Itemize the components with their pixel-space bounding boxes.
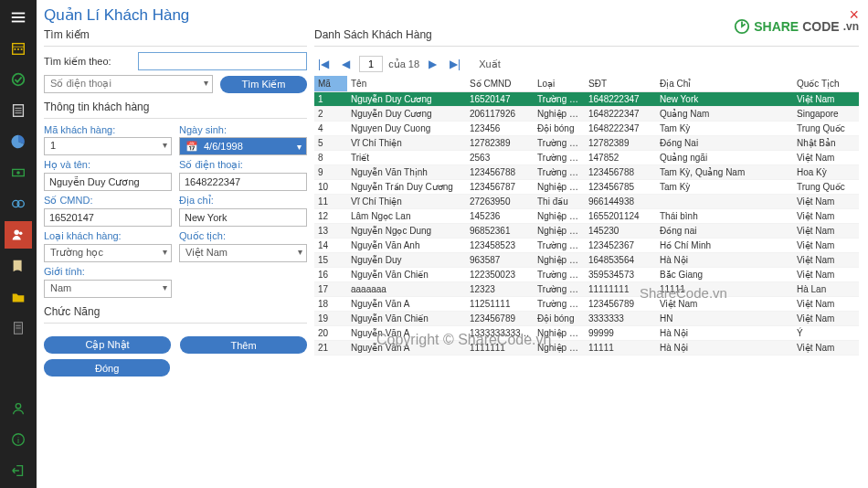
table-row[interactable]: 12Lâm Ngọc Lan145236Nghiệp …1655201124Th… — [314, 209, 859, 224]
type-label: Loại khách hàng: — [44, 230, 172, 242]
table-row[interactable]: 10Nguyễn Trần Duy Cương123456787Nghiệp …… — [314, 180, 859, 195]
customer-table: MãTênSố CMNDLoạiSĐTĐịa ChỉQuốc Tịch 1Ngu… — [314, 76, 859, 355]
calendar-icon[interactable] — [5, 35, 32, 62]
pager-page-input[interactable] — [359, 56, 383, 72]
table-row[interactable]: 17aaaaaaa12323Trường …1111111111111Hà La… — [314, 282, 859, 297]
table-row[interactable]: 5Vĩ Chí Thiện12782389Trường …12782389Đồn… — [314, 136, 859, 151]
table-row[interactable]: 2Nguyễn Duy Cương206117926Nghiệp …164822… — [314, 107, 859, 122]
update-button[interactable]: Cập Nhật — [44, 336, 171, 354]
addr-input[interactable] — [179, 208, 307, 227]
table-row[interactable]: 20Nguyễn Văn A1333333333…Nghiệp …99999Hà… — [314, 326, 859, 341]
export-button[interactable]: Xuất — [479, 58, 501, 70]
column-header[interactable]: Tên — [347, 76, 466, 92]
search-by-label: Tìm kiếm theo: — [44, 56, 131, 68]
bill-icon[interactable] — [5, 314, 32, 342]
svg-point-18 — [19, 231, 23, 235]
svg-point-22 — [16, 404, 20, 408]
dob-value: 4/6/1998 — [204, 141, 243, 152]
rings-icon[interactable] — [5, 190, 32, 217]
checkmark-icon[interactable] — [5, 66, 32, 93]
users-red-icon[interactable] — [5, 221, 32, 249]
id-select[interactable]: 1 — [44, 137, 172, 155]
dob-input[interactable]: 📅 4/6/1998 — [179, 137, 307, 155]
info-section-title: Thông tin khách hàng — [44, 101, 307, 113]
folder-icon[interactable] — [5, 283, 32, 311]
info-icon[interactable]: i — [5, 426, 32, 453]
svg-text:i: i — [17, 436, 19, 445]
sharecode-logo: SHARECODE.vn — [734, 18, 859, 35]
table-row[interactable]: 14Nguyễn Văn Anh123458523Trường …1234523… — [314, 239, 859, 253]
table-row[interactable]: 1Nguyễn Duy Cương16520147Trường …1648222… — [314, 92, 859, 107]
hamburger-icon[interactable] — [5, 4, 32, 31]
table-row[interactable]: 8Triết2563Trường …147852Quảng ngãiViệt N… — [314, 151, 859, 165]
pager-of-label: của 18 — [388, 58, 419, 70]
table-row[interactable]: 16Nguyễn Văn Chiến122350023Trường …35953… — [314, 268, 859, 282]
dob-label: Ngày sinh: — [179, 124, 307, 135]
column-header[interactable]: Địa Chỉ — [656, 76, 793, 92]
pager-next-icon[interactable]: ▶ — [425, 58, 440, 70]
svg-point-16 — [17, 200, 24, 207]
table-row[interactable]: 13Nguyễn Ngọc Dung96852361Nghiệp …145230… — [314, 224, 859, 239]
table-row[interactable]: 19Nguyễn Văn Chiến123456789Đội bóng33333… — [314, 312, 859, 326]
table-row[interactable]: 9Nguyễn Văn Thịnh123456788Trường …123456… — [314, 165, 859, 180]
nat-label: Quốc tịch: — [179, 230, 307, 242]
logout-icon[interactable] — [5, 457, 32, 484]
table-row[interactable]: 21Nguyễn Văn A1111111Nghiệp …11111Hà Nội… — [314, 341, 859, 355]
table-row[interactable]: 4Nguyen Duy Cuong123456Đội bóng164822234… — [314, 122, 859, 136]
column-header[interactable]: Số CMND — [466, 76, 534, 92]
pager-last-icon[interactable]: ▶| — [446, 58, 464, 70]
actions-title: Chức Năng — [44, 305, 307, 318]
column-header[interactable]: Loại — [534, 76, 585, 92]
gender-select[interactable]: Nam — [44, 280, 172, 298]
pager-first-icon[interactable]: |◀ — [314, 58, 333, 70]
scroll-icon[interactable] — [5, 252, 32, 280]
column-header[interactable]: Mã — [314, 76, 347, 92]
pager: |◀ ◀ của 18 ▶ ▶| Xuất — [314, 56, 859, 72]
table-row[interactable]: 18Nguyễn Văn A11251111Trường …123456789V… — [314, 297, 859, 312]
search-section-title: Tìm kiếm — [44, 28, 307, 41]
nat-select[interactable]: Việt Nam — [179, 244, 307, 262]
svg-point-17 — [15, 230, 19, 235]
type-select[interactable]: Trường học — [44, 244, 172, 262]
svg-point-8 — [13, 74, 25, 86]
close-button[interactable]: Đóng — [44, 359, 170, 377]
add-button[interactable]: Thêm — [180, 336, 307, 354]
logo-icon — [734, 18, 750, 35]
svg-point-14 — [16, 171, 20, 175]
column-header[interactable]: Quốc Tịch — [793, 76, 859, 92]
cmnd-input[interactable] — [44, 208, 172, 227]
addr-label: Địa chỉ: — [179, 195, 307, 207]
table-row[interactable]: 15Nguyễn Duy963587Nghiệp …164853564Hà Nộ… — [314, 253, 859, 268]
name-input[interactable] — [44, 173, 172, 191]
phone-input[interactable] — [179, 173, 307, 191]
search-button[interactable]: Tìm Kiếm — [220, 76, 307, 93]
search-filter-select[interactable]: Số điện thoại — [44, 75, 213, 93]
phone-label: Số điện thoại: — [179, 159, 307, 171]
id-label: Mã khách hàng: — [44, 124, 172, 135]
svg-rect-5 — [15, 48, 16, 50]
list-icon[interactable] — [5, 97, 32, 124]
cmnd-label: Số CMND: — [44, 195, 172, 207]
left-sidebar: i — [0, 0, 37, 488]
pager-prev-icon[interactable]: ◀ — [338, 58, 354, 70]
table-row[interactable]: 11Vĩ Chí Thiện27263950Thi đấu966144938Vi… — [314, 195, 859, 209]
search-input[interactable] — [138, 52, 307, 70]
svg-rect-7 — [21, 48, 23, 50]
user-icon[interactable] — [5, 395, 32, 422]
name-label: Họ và tên: — [44, 159, 172, 171]
chart-pie-icon[interactable] — [5, 128, 32, 155]
column-header[interactable]: SĐT — [585, 76, 656, 92]
calendar-small-icon: 📅 — [185, 141, 198, 153]
cash-icon[interactable] — [5, 159, 32, 186]
gender-label: Giới tính: — [44, 266, 172, 278]
svg-rect-6 — [17, 48, 19, 50]
